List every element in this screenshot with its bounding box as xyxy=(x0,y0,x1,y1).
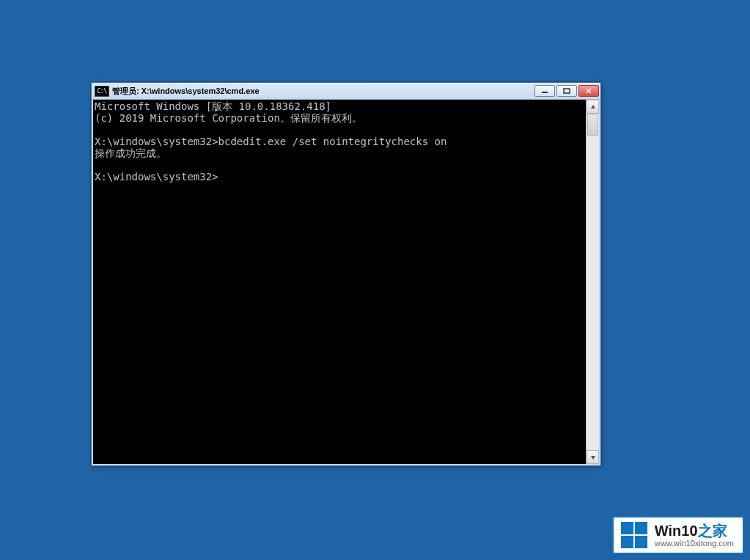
scroll-up-button[interactable] xyxy=(587,100,599,114)
console-prompt: X:\windows\system32> xyxy=(95,171,218,183)
minimize-button[interactable] xyxy=(534,85,555,97)
console-prompt: X:\windows\system32> xyxy=(95,136,218,147)
watermark-text: Win10之家 www.win10xitong.com xyxy=(655,523,734,548)
watermark-badge: Win10之家 www.win10xitong.com xyxy=(612,516,744,554)
console-output[interactable]: Microsoft Windows [版本 10.0.18362.418] (c… xyxy=(93,100,586,464)
svg-rect-0 xyxy=(542,92,548,93)
watermark-title-prefix: Win10 xyxy=(655,523,698,539)
window-title: 管理员: X:\windows\system32\cmd.exe xyxy=(112,87,532,95)
console-line: (c) 2019 Microsoft Corporation。保留所有权利。 xyxy=(95,112,362,124)
svg-marker-5 xyxy=(591,456,595,460)
console-line: Microsoft Windows [版本 10.0.18362.418] xyxy=(95,100,331,112)
maximize-button[interactable] xyxy=(556,85,577,97)
svg-rect-1 xyxy=(564,89,570,93)
window-buttons xyxy=(534,85,599,97)
cmd-window: C:\ 管理员: X:\windows\system32\cmd.exe Mic… xyxy=(91,82,601,466)
watermark-title-suffix: 之家 xyxy=(698,523,727,539)
console-line: 操作成功完成。 xyxy=(95,147,166,159)
console-command: bcdedit.exe /set nointegritychecks on xyxy=(218,136,447,147)
scroll-down-button[interactable] xyxy=(587,450,599,464)
scroll-track[interactable] xyxy=(587,114,599,450)
client-area: Microsoft Windows [版本 10.0.18362.418] (c… xyxy=(92,100,600,465)
vertical-scrollbar[interactable] xyxy=(586,100,599,464)
windows-logo-icon xyxy=(621,522,647,548)
titlebar[interactable]: C:\ 管理员: X:\windows\system32\cmd.exe xyxy=(92,83,600,100)
scroll-thumb[interactable] xyxy=(587,114,598,136)
cmd-icon: C:\ xyxy=(95,86,109,97)
watermark-url: www.win10xitong.com xyxy=(655,539,734,548)
close-button[interactable] xyxy=(578,85,599,97)
svg-marker-4 xyxy=(591,105,595,108)
